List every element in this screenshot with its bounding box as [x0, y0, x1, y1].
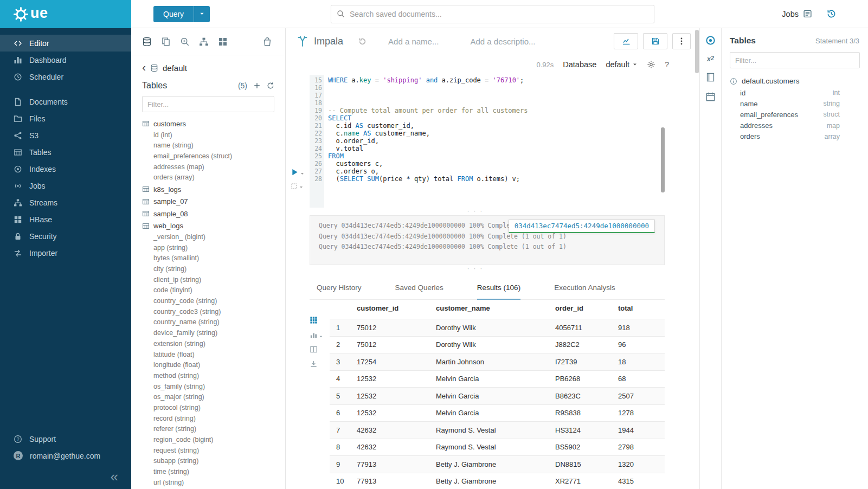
table-item-sample_08[interactable]: sample_08 [142, 208, 285, 220]
column-item[interactable]: referer (string) [142, 424, 285, 435]
query-name-input[interactable]: Add a name... [388, 37, 439, 46]
column-item[interactable]: method (string) [142, 371, 285, 382]
query-dropdown-caret[interactable] [194, 6, 210, 22]
table-row[interactable]: 1077913Betty J. GiambroneXR27714315 [330, 473, 665, 489]
search-input[interactable] [331, 5, 654, 23]
apps-icon[interactable] [218, 37, 228, 47]
table-filter-input[interactable] [142, 96, 274, 112]
resize-handle-top[interactable]: · · · [286, 208, 665, 215]
column-item[interactable]: bytes (smallint) [142, 253, 285, 264]
database-name[interactable]: default [163, 63, 187, 73]
column-item[interactable]: orders (array) [142, 172, 285, 183]
more-actions-button[interactable] [672, 33, 691, 49]
table-item-web_logs[interactable]: web_logs [142, 220, 285, 232]
hue-logo[interactable]: ue [0, 0, 131, 28]
sidebar-item-streams[interactable]: Streams [0, 194, 131, 211]
column-item[interactable]: country_code3 (string) [142, 307, 285, 318]
caret-down-icon[interactable] [299, 185, 304, 190]
job-id-tooltip[interactable]: 034d413ec7474ed5:4249de1000000000 [509, 220, 655, 233]
editor-scrollbar[interactable] [661, 127, 665, 192]
column-item[interactable]: os_major (string) [142, 392, 285, 403]
column-item[interactable]: url (string) [142, 478, 285, 488]
sidebar-item-user[interactable]: Rromain@gethue.com [0, 447, 131, 464]
table-row[interactable]: 317254Martin JohnsonI72T3918 [330, 353, 665, 371]
table-row[interactable]: 275012Dorothy WilkJ882C296 [330, 336, 665, 353]
settings-gear-icon[interactable] [647, 60, 655, 69]
sidebar-item-importer[interactable]: Importer [0, 244, 131, 261]
superscript-icon[interactable]: x2 [707, 55, 714, 63]
query-history-icon[interactable] [358, 37, 367, 46]
column-row[interactable]: addressesmap [722, 120, 868, 131]
right-filter-input[interactable] [730, 52, 860, 68]
columns-icon[interactable] [310, 345, 318, 353]
docs-icon[interactable] [705, 72, 716, 82]
sidebar-item-tables[interactable]: Tables [0, 144, 131, 160]
column-row[interactable]: email_preferencesstruct [722, 109, 868, 120]
tab-query-history[interactable]: Query History [317, 284, 362, 300]
database-select[interactable]: default [606, 60, 638, 69]
column-item[interactable]: longitude (float) [142, 360, 285, 371]
column-item[interactable]: latitude (float) [142, 350, 285, 361]
jobs-indicator[interactable]: Jobs [782, 9, 812, 18]
column-item[interactable]: _version_ (bigint) [142, 232, 285, 243]
bag-icon[interactable] [262, 37, 272, 47]
execute-button[interactable] [291, 168, 299, 176]
table-row[interactable]: 742632Raymond S. VestalHS31241944 [330, 422, 665, 439]
sidebar-item-support[interactable]: ?Support [0, 430, 131, 447]
column-item[interactable]: name (string) [142, 140, 285, 151]
copy-icon[interactable] [161, 37, 171, 47]
table-row[interactable]: 977913Betty J. GiambroneDN88151320 [330, 456, 665, 473]
history-icon[interactable] [826, 9, 837, 19]
engine-name[interactable]: Impala [314, 36, 343, 47]
column-item[interactable]: addresses (map) [142, 162, 285, 173]
column-item[interactable]: extension (string) [142, 339, 285, 350]
column-item[interactable]: os_family (string) [142, 382, 285, 393]
column-item[interactable]: country_name (string) [142, 317, 285, 328]
column-item[interactable]: device_family (string) [142, 328, 285, 339]
column-item[interactable]: subapp (string) [142, 456, 285, 467]
column-item[interactable]: region_code (bigint) [142, 435, 285, 446]
sidebar-item-indexes[interactable]: Indexes [0, 160, 131, 177]
chart-button[interactable] [614, 33, 638, 49]
table-item-k8s_logs[interactable]: k8s_logs [142, 183, 285, 196]
sidebar-item-s3[interactable]: S3 [0, 127, 131, 144]
column-item[interactable]: request (string) [142, 446, 285, 456]
insert-marker-icon[interactable] [291, 183, 298, 190]
table-row[interactable]: 412532Melvin GarciaPB626868 [330, 370, 665, 388]
sidebar-item-scheduler[interactable]: Scheduler [0, 68, 131, 85]
sitemap-icon[interactable] [199, 37, 209, 47]
column-row[interactable]: ordersarray [722, 131, 868, 142]
database-breadcrumb[interactable]: ‹ default [131, 55, 285, 74]
column-item[interactable]: record (string) [142, 414, 285, 424]
chart-icon[interactable] [310, 331, 318, 339]
search-plus-icon[interactable] [180, 37, 190, 47]
column-item[interactable]: email_preferences (struct) [142, 151, 285, 162]
add-table-icon[interactable] [253, 82, 261, 89]
panel-scrollbar[interactable] [695, 30, 699, 73]
table-row[interactable]: 842632Raymond S. VestalBS59022798 [330, 439, 665, 456]
active-table[interactable]: default.customers [722, 73, 868, 87]
sidebar-collapse-button[interactable]: « [0, 464, 131, 489]
grid-icon[interactable] [310, 316, 318, 324]
caret-down-icon[interactable] [300, 171, 305, 176]
tab-results-106[interactable]: Results (106) [477, 284, 520, 300]
column-row[interactable]: namestring [722, 98, 868, 109]
sidebar-item-editor[interactable]: Editor [0, 35, 131, 52]
tab-saved-queries[interactable]: Saved Queries [395, 284, 443, 300]
resize-handle-bottom[interactable]: · · · [286, 265, 665, 273]
save-button[interactable] [643, 33, 667, 49]
sidebar-item-dashboard[interactable]: Dashboard [0, 52, 131, 68]
editor-code[interactable]: WHERE a.key = 'shipping' and a.zip_code … [324, 75, 665, 208]
tab-execution-analysis[interactable]: Execution Analysis [554, 284, 615, 300]
sidebar-item-jobs[interactable]: Jobs [0, 177, 131, 194]
column-item[interactable]: id (int) [142, 130, 285, 141]
context-icon[interactable] [705, 35, 716, 46]
sidebar-item-hbase[interactable]: HBase [0, 211, 131, 228]
sidebar-item-security[interactable]: Security [0, 228, 131, 244]
column-item[interactable]: country_code (string) [142, 296, 285, 307]
column-item[interactable]: time (string) [142, 467, 285, 478]
query-button-label[interactable]: Query [153, 6, 194, 22]
download-icon[interactable] [310, 360, 318, 368]
column-item[interactable]: code (tinyint) [142, 285, 285, 296]
column-item[interactable]: protocol (string) [142, 403, 285, 414]
